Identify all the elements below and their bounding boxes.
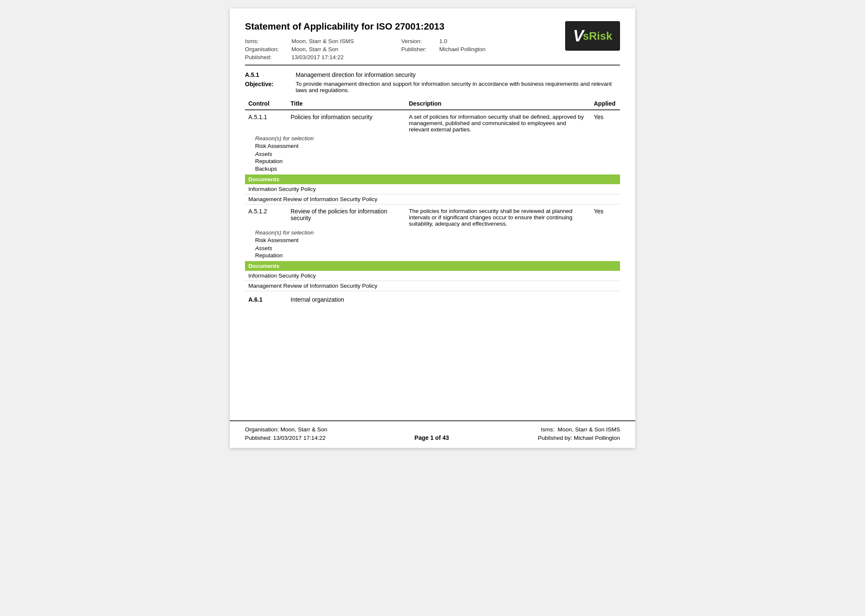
- section-number-row: A.5.1 Management direction for informati…: [245, 71, 620, 78]
- col-header-control: Control: [245, 98, 287, 110]
- documents-bar-a511: Documents: [245, 174, 620, 184]
- table-row: Reason(s) for selection: [245, 229, 620, 237]
- table-row: Backups: [245, 165, 620, 174]
- reasons-label-a512: Reason(s) for selection: [245, 229, 620, 237]
- section-a51: A.5.1 Management direction for informati…: [245, 71, 620, 93]
- footer-top: Organisation: Moon, Starr & Son Isms: Mo…: [245, 426, 620, 433]
- footer-bottom: Published: 13/03/2017 17:14:22 Page 1 of…: [245, 434, 620, 441]
- doc-a512-1: Management Review of Information Securit…: [245, 281, 620, 291]
- table-row: Information Security Policy: [245, 271, 620, 281]
- objective-value: To provide management direction and supp…: [296, 81, 620, 93]
- table-row: Management Review of Information Securit…: [245, 281, 620, 291]
- objective-label: Objective:: [245, 81, 296, 93]
- asset-item-a511-1: Backups: [255, 166, 277, 172]
- section-a61-number: A.6.1: [245, 291, 287, 305]
- table-row: A.5.1.1 Policies for information securit…: [245, 110, 620, 134]
- header-divider: [245, 65, 620, 65]
- asset-item-a511-0: Reputation: [255, 158, 283, 164]
- footer-page: Page 1 of 43: [326, 434, 538, 441]
- objective-row: Objective: To provide management directi…: [245, 81, 620, 93]
- asset-item-a512-0: Reputation: [255, 252, 283, 259]
- control-desc-a512: The policies for information security sh…: [405, 204, 590, 229]
- control-applied-a512: Yes: [590, 204, 620, 229]
- table-row: Risk Assessment: [245, 142, 620, 150]
- table-row: Documents: [245, 261, 620, 271]
- col-header-desc: Description: [405, 98, 590, 110]
- published-label: Published:: [245, 54, 291, 60]
- footer-published: Published: 13/03/2017 17:14:22: [245, 435, 326, 441]
- table-header-row: Control Title Description Applied: [245, 98, 620, 110]
- control-applied-a511: Yes: [590, 110, 620, 134]
- publisher-value: Michael Pollington: [439, 46, 532, 52]
- control-title-a511: Policies for information security: [287, 110, 405, 134]
- table-row: Information Security Policy: [245, 184, 620, 194]
- logo: V sRisk: [565, 21, 620, 51]
- page-footer: Organisation: Moon, Starr & Son Isms: Mo…: [230, 420, 635, 448]
- header-left: Statement of Applicability for ISO 27001…: [245, 21, 532, 60]
- section-a51-title: Management direction for information sec…: [296, 71, 416, 78]
- page: Statement of Applicability for ISO 27001…: [230, 8, 635, 448]
- table-row: Reason(s) for selection: [245, 134, 620, 142]
- table-row: A.5.1.2 Review of the policies for infor…: [245, 204, 620, 229]
- logo-v: V: [573, 27, 583, 45]
- footer-org: Organisation: Moon, Starr & Son: [245, 426, 327, 433]
- isms-label: Isms:: [245, 38, 291, 44]
- col-header-applied: Applied: [590, 98, 620, 110]
- published-value: 13/03/2017 17:14:22: [291, 54, 401, 60]
- version-value: 1.0: [439, 38, 532, 44]
- table-row: Reputation: [245, 251, 620, 261]
- footer-isms: Isms: Moon, Starr & Son ISMS: [541, 426, 620, 433]
- page-title: Statement of Applicability for ISO 27001…: [245, 21, 532, 32]
- section-a51-number: A.5.1: [245, 71, 296, 78]
- table-row: Assets: [245, 150, 620, 157]
- header-meta: Isms: Moon, Starr & Son ISMS Version: 1.…: [245, 38, 532, 60]
- assets-label-a512: Assets: [255, 245, 272, 251]
- reason-item-a512-0: Risk Assessment: [245, 237, 620, 244]
- reasons-label-a511: Reason(s) for selection: [245, 134, 620, 142]
- table-row: Documents: [245, 174, 620, 184]
- documents-bar-a512: Documents: [245, 261, 620, 271]
- section-a61-title: Internal organization: [287, 291, 620, 305]
- doc-a511-1: Management Review of Information Securit…: [245, 194, 620, 204]
- reason-item-a511-0: Risk Assessment: [245, 142, 620, 150]
- assets-label-a511: Assets: [255, 151, 272, 157]
- control-number-a511: A.5.1.1: [245, 110, 287, 134]
- doc-a511-0: Information Security Policy: [245, 184, 620, 194]
- table-row: Reputation: [245, 157, 620, 165]
- isms-value: Moon, Starr & Son ISMS: [291, 38, 401, 44]
- control-table: Control Title Description Applied A.5.1.…: [245, 98, 620, 305]
- doc-a512-0: Information Security Policy: [245, 271, 620, 281]
- org-value: Moon, Starr & Son: [291, 46, 401, 52]
- table-row: Management Review of Information Securit…: [245, 194, 620, 204]
- page-content: Statement of Applicability for ISO 27001…: [230, 8, 635, 420]
- control-title-a512: Review of the policies for information s…: [287, 204, 405, 229]
- footer-published-by: Published by: Michael Pollington: [538, 435, 620, 441]
- control-number-a512: A.5.1.2: [245, 204, 287, 229]
- table-row: A.6.1 Internal organization: [245, 291, 620, 305]
- col-header-title: Title: [287, 98, 405, 110]
- table-row: Assets: [245, 244, 620, 251]
- table-row: Risk Assessment: [245, 237, 620, 244]
- logo-srisk: sRisk: [583, 30, 612, 43]
- publisher-label: Publisher:: [401, 46, 439, 52]
- org-label: Organisation:: [245, 46, 291, 52]
- version-label: Version:: [401, 38, 439, 44]
- header: Statement of Applicability for ISO 27001…: [245, 21, 620, 60]
- control-desc-a511: A set of policies for information securi…: [405, 110, 590, 134]
